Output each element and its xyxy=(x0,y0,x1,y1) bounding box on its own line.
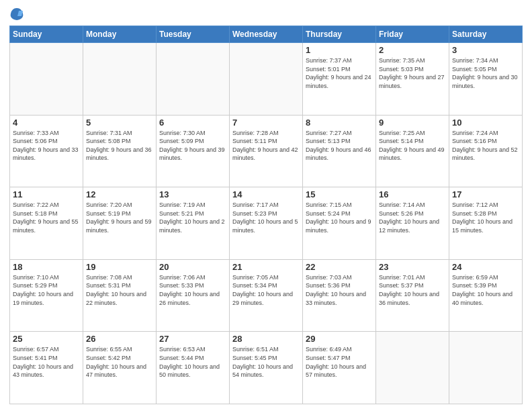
col-header-wednesday: Wednesday xyxy=(230,26,303,43)
day-number: 6 xyxy=(159,118,226,128)
day-number: 20 xyxy=(159,262,226,272)
day-number: 21 xyxy=(232,262,300,272)
day-number: 18 xyxy=(13,262,80,272)
day-cell-26: 26Sunrise: 6:55 AM Sunset: 5:42 PM Dayli… xyxy=(83,332,157,404)
day-cell-18: 18Sunrise: 7:10 AM Sunset: 5:29 PM Dayli… xyxy=(10,259,83,332)
day-cell-2: 2Sunrise: 7:35 AM Sunset: 5:03 PM Daylig… xyxy=(376,43,449,116)
day-info: Sunrise: 7:15 AM Sunset: 5:24 PM Dayligh… xyxy=(306,201,373,234)
day-info: Sunrise: 7:10 AM Sunset: 5:29 PM Dayligh… xyxy=(13,273,80,307)
day-number: 4 xyxy=(13,118,80,128)
day-cell-17: 17Sunrise: 7:12 AM Sunset: 5:28 PM Dayli… xyxy=(449,187,523,260)
day-cell-8: 8Sunrise: 7:27 AM Sunset: 5:13 PM Daylig… xyxy=(303,115,376,187)
day-number: 27 xyxy=(159,334,226,344)
day-number: 11 xyxy=(13,189,80,199)
col-header-friday: Friday xyxy=(376,26,449,43)
day-info: Sunrise: 7:19 AM Sunset: 5:21 PM Dayligh… xyxy=(159,201,226,234)
empty-cell xyxy=(157,43,230,116)
day-number: 1 xyxy=(306,45,373,55)
day-info: Sunrise: 7:08 AM Sunset: 5:31 PM Dayligh… xyxy=(86,273,153,307)
day-number: 8 xyxy=(306,118,373,128)
day-cell-24: 24Sunrise: 6:59 AM Sunset: 5:39 PM Dayli… xyxy=(449,259,523,332)
day-cell-25: 25Sunrise: 6:57 AM Sunset: 5:41 PM Dayli… xyxy=(10,332,83,404)
day-info: Sunrise: 6:49 AM Sunset: 5:47 PM Dayligh… xyxy=(306,345,373,379)
day-info: Sunrise: 7:12 AM Sunset: 5:28 PM Dayligh… xyxy=(452,201,519,234)
day-info: Sunrise: 7:24 AM Sunset: 5:16 PM Dayligh… xyxy=(452,129,519,163)
day-info: Sunrise: 7:17 AM Sunset: 5:23 PM Dayligh… xyxy=(232,201,300,234)
day-info: Sunrise: 7:30 AM Sunset: 5:09 PM Dayligh… xyxy=(159,129,226,163)
day-cell-11: 11Sunrise: 7:22 AM Sunset: 5:18 PM Dayli… xyxy=(10,187,83,260)
day-info: Sunrise: 7:05 AM Sunset: 5:34 PM Dayligh… xyxy=(232,273,300,307)
header xyxy=(9,7,523,21)
week-row-5: 25Sunrise: 6:57 AM Sunset: 5:41 PM Dayli… xyxy=(10,332,523,404)
col-header-sunday: Sunday xyxy=(10,26,83,43)
calendar-table: SundayMondayTuesdayWednesdayThursdayFrid… xyxy=(9,26,523,404)
day-cell-23: 23Sunrise: 7:01 AM Sunset: 5:37 PM Dayli… xyxy=(376,259,449,332)
col-header-tuesday: Tuesday xyxy=(157,26,230,43)
col-header-monday: Monday xyxy=(83,26,157,43)
week-row-3: 11Sunrise: 7:22 AM Sunset: 5:18 PM Dayli… xyxy=(10,187,523,260)
day-info: Sunrise: 6:53 AM Sunset: 5:44 PM Dayligh… xyxy=(159,345,226,379)
empty-cell xyxy=(449,332,523,404)
col-header-saturday: Saturday xyxy=(449,26,523,43)
day-number: 3 xyxy=(452,45,519,55)
day-cell-21: 21Sunrise: 7:05 AM Sunset: 5:34 PM Dayli… xyxy=(230,259,303,332)
empty-cell xyxy=(83,43,157,116)
day-cell-4: 4Sunrise: 7:33 AM Sunset: 5:06 PM Daylig… xyxy=(10,115,83,187)
day-number: 14 xyxy=(232,189,300,199)
calendar-header-row: SundayMondayTuesdayWednesdayThursdayFrid… xyxy=(10,26,523,43)
day-cell-6: 6Sunrise: 7:30 AM Sunset: 5:09 PM Daylig… xyxy=(157,115,230,187)
day-cell-14: 14Sunrise: 7:17 AM Sunset: 5:23 PM Dayli… xyxy=(230,187,303,260)
day-number: 13 xyxy=(159,189,226,199)
day-info: Sunrise: 7:28 AM Sunset: 5:11 PM Dayligh… xyxy=(232,129,300,163)
day-cell-29: 29Sunrise: 6:49 AM Sunset: 5:47 PM Dayli… xyxy=(303,332,376,404)
day-cell-22: 22Sunrise: 7:03 AM Sunset: 5:36 PM Dayli… xyxy=(303,259,376,332)
empty-cell xyxy=(10,43,83,116)
week-row-2: 4Sunrise: 7:33 AM Sunset: 5:06 PM Daylig… xyxy=(10,115,523,187)
day-info: Sunrise: 7:33 AM Sunset: 5:06 PM Dayligh… xyxy=(13,129,80,163)
day-info: Sunrise: 6:57 AM Sunset: 5:41 PM Dayligh… xyxy=(13,345,80,379)
week-row-4: 18Sunrise: 7:10 AM Sunset: 5:29 PM Dayli… xyxy=(10,259,523,332)
week-row-1: 1Sunrise: 7:37 AM Sunset: 5:01 PM Daylig… xyxy=(10,43,523,116)
day-info: Sunrise: 7:01 AM Sunset: 5:37 PM Dayligh… xyxy=(379,273,446,307)
day-info: Sunrise: 7:31 AM Sunset: 5:08 PM Dayligh… xyxy=(86,129,153,163)
day-info: Sunrise: 7:34 AM Sunset: 5:05 PM Dayligh… xyxy=(452,56,519,90)
day-info: Sunrise: 7:35 AM Sunset: 5:03 PM Dayligh… xyxy=(379,56,446,90)
logo-area xyxy=(9,7,27,21)
day-info: Sunrise: 7:27 AM Sunset: 5:13 PM Dayligh… xyxy=(306,129,373,163)
day-info: Sunrise: 7:03 AM Sunset: 5:36 PM Dayligh… xyxy=(306,273,373,307)
day-cell-9: 9Sunrise: 7:25 AM Sunset: 5:14 PM Daylig… xyxy=(376,115,449,187)
day-info: Sunrise: 7:14 AM Sunset: 5:26 PM Dayligh… xyxy=(379,201,446,234)
day-number: 23 xyxy=(379,262,446,272)
day-cell-27: 27Sunrise: 6:53 AM Sunset: 5:44 PM Dayli… xyxy=(157,332,230,404)
day-cell-15: 15Sunrise: 7:15 AM Sunset: 5:24 PM Dayli… xyxy=(303,187,376,260)
page: SundayMondayTuesdayWednesdayThursdayFrid… xyxy=(0,0,532,411)
day-cell-20: 20Sunrise: 7:06 AM Sunset: 5:33 PM Dayli… xyxy=(157,259,230,332)
day-cell-1: 1Sunrise: 7:37 AM Sunset: 5:01 PM Daylig… xyxy=(303,43,376,116)
day-cell-5: 5Sunrise: 7:31 AM Sunset: 5:08 PM Daylig… xyxy=(83,115,157,187)
day-cell-13: 13Sunrise: 7:19 AM Sunset: 5:21 PM Dayli… xyxy=(157,187,230,260)
day-info: Sunrise: 6:51 AM Sunset: 5:45 PM Dayligh… xyxy=(232,345,300,379)
day-info: Sunrise: 7:06 AM Sunset: 5:33 PM Dayligh… xyxy=(159,273,226,307)
day-number: 24 xyxy=(452,262,519,272)
day-info: Sunrise: 7:37 AM Sunset: 5:01 PM Dayligh… xyxy=(306,56,373,90)
empty-cell xyxy=(230,43,303,116)
day-number: 10 xyxy=(452,118,519,128)
day-cell-7: 7Sunrise: 7:28 AM Sunset: 5:11 PM Daylig… xyxy=(230,115,303,187)
day-number: 25 xyxy=(13,334,80,344)
day-info: Sunrise: 6:59 AM Sunset: 5:39 PM Dayligh… xyxy=(452,273,519,307)
day-cell-3: 3Sunrise: 7:34 AM Sunset: 5:05 PM Daylig… xyxy=(449,43,523,116)
logo xyxy=(9,7,27,21)
day-number: 16 xyxy=(379,189,446,199)
day-number: 5 xyxy=(86,118,153,128)
day-number: 12 xyxy=(86,189,153,199)
day-number: 2 xyxy=(379,45,446,55)
day-cell-28: 28Sunrise: 6:51 AM Sunset: 5:45 PM Dayli… xyxy=(230,332,303,404)
day-info: Sunrise: 6:55 AM Sunset: 5:42 PM Dayligh… xyxy=(86,345,153,379)
day-number: 15 xyxy=(306,189,373,199)
day-number: 29 xyxy=(306,334,373,344)
empty-cell xyxy=(376,332,449,404)
day-cell-16: 16Sunrise: 7:14 AM Sunset: 5:26 PM Dayli… xyxy=(376,187,449,260)
day-number: 28 xyxy=(232,334,300,344)
day-number: 26 xyxy=(86,334,153,344)
day-cell-19: 19Sunrise: 7:08 AM Sunset: 5:31 PM Dayli… xyxy=(83,259,157,332)
